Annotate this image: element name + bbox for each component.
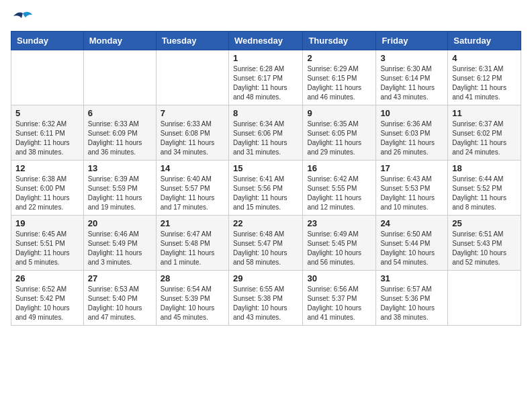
day-number: 10 (380, 108, 443, 118)
header (11, 11, 521, 26)
calendar-cell: 31Sunrise: 6:57 AM Sunset: 5:36 PM Dayli… (376, 271, 448, 326)
day-number: 11 (452, 108, 517, 118)
weekday-header-thursday: Thursday (303, 32, 376, 50)
day-info: Sunrise: 6:47 AM Sunset: 5:48 PM Dayligh… (161, 230, 224, 267)
day-number: 7 (161, 108, 224, 118)
day-number: 6 (88, 108, 152, 118)
calendar-cell: 29Sunrise: 6:55 AM Sunset: 5:38 PM Dayli… (228, 271, 302, 326)
day-number: 27 (88, 273, 152, 283)
weekday-header-sunday: Sunday (11, 32, 84, 50)
calendar-header-row: SundayMondayTuesdayWednesdayThursdayFrid… (11, 32, 521, 50)
logo (11, 11, 32, 26)
calendar-cell: 13Sunrise: 6:39 AM Sunset: 5:59 PM Dayli… (83, 161, 156, 216)
calendar-cell: 10Sunrise: 6:36 AM Sunset: 6:03 PM Dayli… (376, 105, 448, 161)
day-number: 18 (452, 163, 517, 173)
calendar-cell: 25Sunrise: 6:51 AM Sunset: 5:43 PM Dayli… (448, 216, 521, 271)
day-number: 24 (380, 218, 443, 228)
calendar-cell: 18Sunrise: 6:44 AM Sunset: 5:52 PM Dayli… (448, 161, 521, 216)
calendar-cell: 12Sunrise: 6:38 AM Sunset: 6:00 PM Dayli… (11, 161, 84, 216)
calendar-cell: 23Sunrise: 6:49 AM Sunset: 5:45 PM Dayli… (303, 216, 376, 271)
day-info: Sunrise: 6:37 AM Sunset: 6:02 PM Dayligh… (452, 120, 517, 157)
calendar-cell: 20Sunrise: 6:46 AM Sunset: 5:49 PM Dayli… (83, 216, 156, 271)
day-info: Sunrise: 6:48 AM Sunset: 5:47 PM Dayligh… (233, 230, 298, 267)
calendar-cell (156, 50, 228, 105)
calendar-cell: 7Sunrise: 6:33 AM Sunset: 6:08 PM Daylig… (156, 105, 228, 161)
day-info: Sunrise: 6:56 AM Sunset: 5:37 PM Dayligh… (307, 285, 371, 322)
day-info: Sunrise: 6:44 AM Sunset: 5:52 PM Dayligh… (452, 175, 517, 212)
calendar-cell: 16Sunrise: 6:42 AM Sunset: 5:55 PM Dayli… (303, 161, 376, 216)
calendar-cell: 6Sunrise: 6:33 AM Sunset: 6:09 PM Daylig… (83, 105, 156, 161)
day-number: 4 (452, 53, 517, 63)
calendar-cell: 4Sunrise: 6:31 AM Sunset: 6:12 PM Daylig… (448, 50, 521, 105)
day-info: Sunrise: 6:38 AM Sunset: 6:00 PM Dayligh… (15, 175, 79, 212)
day-info: Sunrise: 6:31 AM Sunset: 6:12 PM Dayligh… (452, 64, 517, 102)
calendar-cell: 28Sunrise: 6:54 AM Sunset: 5:39 PM Dayli… (156, 271, 228, 326)
calendar-cell: 19Sunrise: 6:45 AM Sunset: 5:51 PM Dayli… (11, 216, 84, 271)
day-info: Sunrise: 6:46 AM Sunset: 5:49 PM Dayligh… (88, 230, 152, 267)
day-number: 16 (307, 163, 371, 173)
calendar-cell: 5Sunrise: 6:32 AM Sunset: 6:11 PM Daylig… (11, 105, 84, 161)
day-number: 2 (307, 53, 371, 63)
day-info: Sunrise: 6:35 AM Sunset: 6:05 PM Dayligh… (307, 120, 371, 157)
calendar-cell: 15Sunrise: 6:41 AM Sunset: 5:56 PM Dayli… (228, 161, 302, 216)
week-row-1: 1Sunrise: 6:28 AM Sunset: 6:17 PM Daylig… (11, 50, 521, 105)
calendar-cell: 1Sunrise: 6:28 AM Sunset: 6:17 PM Daylig… (228, 50, 302, 105)
day-info: Sunrise: 6:30 AM Sunset: 6:14 PM Dayligh… (380, 64, 443, 102)
calendar-cell: 24Sunrise: 6:50 AM Sunset: 5:44 PM Dayli… (376, 216, 448, 271)
day-info: Sunrise: 6:55 AM Sunset: 5:38 PM Dayligh… (233, 285, 298, 322)
calendar-cell: 14Sunrise: 6:40 AM Sunset: 5:57 PM Dayli… (156, 161, 228, 216)
day-number: 19 (15, 218, 79, 228)
day-info: Sunrise: 6:42 AM Sunset: 5:55 PM Dayligh… (307, 175, 371, 212)
day-info: Sunrise: 6:28 AM Sunset: 6:17 PM Dayligh… (233, 64, 298, 102)
day-number: 25 (452, 218, 517, 228)
weekday-header-saturday: Saturday (448, 32, 521, 50)
calendar-cell (448, 271, 521, 326)
calendar-cell: 2Sunrise: 6:29 AM Sunset: 6:15 PM Daylig… (303, 50, 376, 105)
day-number: 28 (161, 273, 224, 283)
day-number: 12 (15, 163, 79, 173)
day-number: 5 (15, 108, 79, 118)
calendar-cell (11, 50, 84, 105)
day-info: Sunrise: 6:49 AM Sunset: 5:45 PM Dayligh… (307, 230, 371, 267)
day-number: 22 (233, 218, 298, 228)
day-number: 31 (380, 273, 443, 283)
day-info: Sunrise: 6:43 AM Sunset: 5:53 PM Dayligh… (380, 175, 443, 212)
week-row-5: 26Sunrise: 6:52 AM Sunset: 5:42 PM Dayli… (11, 271, 521, 326)
calendar-cell: 22Sunrise: 6:48 AM Sunset: 5:47 PM Dayli… (228, 216, 302, 271)
calendar-cell: 9Sunrise: 6:35 AM Sunset: 6:05 PM Daylig… (303, 105, 376, 161)
day-number: 9 (307, 108, 371, 118)
day-number: 30 (307, 273, 371, 283)
day-number: 15 (233, 163, 298, 173)
week-row-3: 12Sunrise: 6:38 AM Sunset: 6:00 PM Dayli… (11, 161, 521, 216)
calendar-cell: 11Sunrise: 6:37 AM Sunset: 6:02 PM Dayli… (448, 105, 521, 161)
weekday-header-wednesday: Wednesday (228, 32, 302, 50)
day-number: 29 (233, 273, 298, 283)
day-number: 17 (380, 163, 443, 173)
day-number: 23 (307, 218, 371, 228)
day-number: 26 (15, 273, 79, 283)
day-info: Sunrise: 6:50 AM Sunset: 5:44 PM Dayligh… (380, 230, 443, 267)
logo-bird-icon (13, 11, 32, 26)
calendar-cell: 3Sunrise: 6:30 AM Sunset: 6:14 PM Daylig… (376, 50, 448, 105)
day-info: Sunrise: 6:53 AM Sunset: 5:40 PM Dayligh… (88, 285, 152, 322)
weekday-header-tuesday: Tuesday (156, 32, 228, 50)
day-number: 21 (161, 218, 224, 228)
week-row-2: 5Sunrise: 6:32 AM Sunset: 6:11 PM Daylig… (11, 105, 521, 161)
day-info: Sunrise: 6:33 AM Sunset: 6:09 PM Dayligh… (88, 120, 152, 157)
day-info: Sunrise: 6:32 AM Sunset: 6:11 PM Dayligh… (15, 120, 79, 157)
day-number: 3 (380, 53, 443, 63)
day-info: Sunrise: 6:52 AM Sunset: 5:42 PM Dayligh… (15, 285, 79, 322)
calendar-cell (83, 50, 156, 105)
day-info: Sunrise: 6:40 AM Sunset: 5:57 PM Dayligh… (161, 175, 224, 212)
day-info: Sunrise: 6:34 AM Sunset: 6:06 PM Dayligh… (233, 120, 298, 157)
day-info: Sunrise: 6:39 AM Sunset: 5:59 PM Dayligh… (88, 175, 152, 212)
calendar-cell: 30Sunrise: 6:56 AM Sunset: 5:37 PM Dayli… (303, 271, 376, 326)
day-info: Sunrise: 6:51 AM Sunset: 5:43 PM Dayligh… (452, 230, 517, 267)
calendar: SundayMondayTuesdayWednesdayThursdayFrid… (11, 31, 521, 326)
day-info: Sunrise: 6:33 AM Sunset: 6:08 PM Dayligh… (161, 120, 224, 157)
calendar-cell: 17Sunrise: 6:43 AM Sunset: 5:53 PM Dayli… (376, 161, 448, 216)
day-number: 8 (233, 108, 298, 118)
day-number: 13 (88, 163, 152, 173)
calendar-cell: 26Sunrise: 6:52 AM Sunset: 5:42 PM Dayli… (11, 271, 84, 326)
day-info: Sunrise: 6:57 AM Sunset: 5:36 PM Dayligh… (380, 285, 443, 322)
